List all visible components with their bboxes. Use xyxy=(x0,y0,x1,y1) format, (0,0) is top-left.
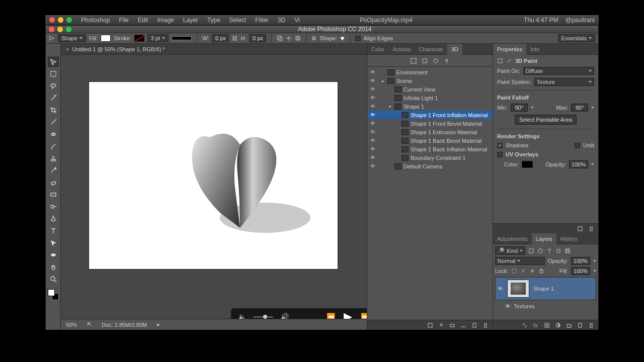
gear-icon[interactable]: ⚙ xyxy=(311,35,316,42)
min-field[interactable]: 90° xyxy=(511,104,528,112)
stroke-width-field[interactable]: 3 pt xyxy=(147,34,169,42)
width-field[interactable]: 0 px xyxy=(212,34,229,42)
eye-icon[interactable]: 👁 xyxy=(369,138,376,143)
window-zoom-icon[interactable] xyxy=(66,27,71,32)
menu-view[interactable]: Vi xyxy=(294,17,299,24)
filter-material-icon[interactable] xyxy=(433,58,439,64)
eye-icon[interactable]: 👁 xyxy=(369,121,376,126)
tree-row[interactable]: 👁Current View xyxy=(367,85,493,94)
arrange-icon[interactable] xyxy=(295,35,301,41)
play-button[interactable]: ▶ xyxy=(342,310,354,319)
eye-icon[interactable]: 👁 xyxy=(369,146,376,152)
fg-bg-swatch[interactable] xyxy=(48,289,59,300)
eye-icon[interactable]: 👁 xyxy=(369,95,376,101)
tree-row[interactable]: 👁Default Camera xyxy=(367,162,493,170)
eye-icon[interactable]: 👁 xyxy=(505,303,511,309)
tree-row[interactable]: 👁Boundary Constraint 1 xyxy=(367,153,493,162)
delete-layer-icon[interactable] xyxy=(588,322,594,328)
layer-filter-dropdown[interactable]: 🔎Kind xyxy=(495,246,525,255)
shape-preset-heart-icon[interactable]: ♥ xyxy=(340,34,344,42)
filter-light-icon[interactable] xyxy=(444,58,450,64)
stroke-style-dropdown[interactable] xyxy=(172,36,192,40)
window-minimize-icon[interactable] xyxy=(57,27,63,32)
history-brush-tool-icon[interactable] xyxy=(48,165,59,175)
eye-icon[interactable]: 👁 xyxy=(369,112,376,118)
tab-info[interactable]: Info xyxy=(526,44,543,55)
menu-edit[interactable]: Edit xyxy=(138,17,148,24)
max-field[interactable]: 90° xyxy=(571,104,588,112)
wand-tool-icon[interactable] xyxy=(48,93,59,103)
paint-on-dropdown[interactable]: Diffuse xyxy=(523,67,594,75)
path-select-tool-icon[interactable] xyxy=(48,238,59,248)
lock-pos-icon[interactable] xyxy=(529,268,535,274)
tab-actions[interactable]: Actions xyxy=(388,44,415,55)
tool-preset-icon[interactable] xyxy=(49,35,55,41)
layer-opacity-field[interactable]: 100% xyxy=(571,257,590,265)
dodge-tool-icon[interactable] xyxy=(48,202,59,212)
share-status-icon[interactable]: ⇱ xyxy=(87,321,92,328)
filter-adjust-icon[interactable] xyxy=(537,248,543,254)
tree-row[interactable]: 👁Infinite Light 1 xyxy=(367,94,493,102)
hand-tool-icon[interactable] xyxy=(48,262,59,272)
menu-app[interactable]: Photoshop xyxy=(81,17,110,24)
zoom-level[interactable]: 50% xyxy=(66,322,77,328)
eye-icon[interactable]: 👁 xyxy=(369,104,376,109)
gradient-tool-icon[interactable] xyxy=(48,190,59,200)
menu-filter[interactable]: Filter xyxy=(255,17,269,24)
tree-row[interactable]: 👁▾Shape 1 xyxy=(367,102,493,111)
stroke-swatch[interactable] xyxy=(134,35,144,42)
crop-tool-icon[interactable] xyxy=(48,105,59,115)
mask-icon[interactable] xyxy=(544,322,550,328)
min-stepper-icon[interactable] xyxy=(531,107,534,109)
volume-icon[interactable]: 🔊 xyxy=(278,313,290,319)
fill-swatch[interactable] xyxy=(101,35,111,42)
menu-image[interactable]: Image xyxy=(157,17,174,24)
layer-fill-field[interactable]: 100% xyxy=(571,267,590,275)
filter-shape-icon[interactable] xyxy=(555,248,561,254)
layer-item[interactable]: 👁 Shape 1 xyxy=(495,277,596,300)
new-layer-icon[interactable] xyxy=(577,322,583,328)
eraser-tool-icon[interactable] xyxy=(48,177,59,188)
canvas[interactable] xyxy=(89,82,338,269)
stamp-tool-icon[interactable] xyxy=(48,153,59,163)
uv-color-swatch[interactable] xyxy=(522,161,533,168)
document-tab[interactable]: × Untitled-1 @ 50% (Shape 1, RGB/8) * xyxy=(61,44,367,55)
eye-icon[interactable]: 👁 xyxy=(369,69,376,75)
filter-type-icon[interactable] xyxy=(546,248,552,254)
path-ops-icon[interactable] xyxy=(277,35,283,41)
lasso-tool-icon[interactable] xyxy=(48,81,59,91)
lock-paint-icon[interactable] xyxy=(520,268,526,274)
tree-row[interactable]: 👁Shape 1 Back Bevel Material xyxy=(367,136,493,145)
zoom-icon[interactable] xyxy=(66,17,72,23)
mute-icon[interactable]: 🔈 xyxy=(236,313,248,319)
type-tool-icon[interactable] xyxy=(48,226,59,236)
fx-icon[interactable]: fx xyxy=(533,322,539,328)
pen-tool-icon[interactable] xyxy=(48,214,59,224)
tab-close-icon[interactable]: × xyxy=(66,46,69,52)
menu-layer[interactable]: Layer xyxy=(183,17,198,24)
eye-icon[interactable]: 👁 xyxy=(369,163,376,169)
uv-opacity-field[interactable]: 100% xyxy=(569,160,588,168)
shadows-checkbox[interactable]: ✓ xyxy=(497,143,503,148)
tree-row[interactable]: 👁Environment xyxy=(367,68,493,76)
layer-sublayer[interactable]: 👁Textures xyxy=(495,302,596,310)
render-button-icon[interactable] xyxy=(577,226,583,232)
brush-tool-icon[interactable] xyxy=(48,141,59,151)
max-stepper-icon[interactable] xyxy=(591,107,594,109)
blend-mode-dropdown[interactable]: Normal xyxy=(495,257,545,265)
tab-color[interactable]: Color xyxy=(367,44,388,55)
tab-layers[interactable]: Layers xyxy=(532,233,556,244)
adjustment-icon[interactable] xyxy=(555,322,561,328)
menu-3d[interactable]: 3D xyxy=(278,17,285,24)
render-icon[interactable] xyxy=(427,322,433,328)
height-field[interactable]: 0 px xyxy=(249,34,266,42)
filter-scene-icon[interactable] xyxy=(411,58,417,64)
disclosure-icon[interactable]: ▾ xyxy=(387,104,392,109)
eyedropper-tool-icon[interactable] xyxy=(48,117,59,127)
tab-3d[interactable]: 3D xyxy=(447,44,462,55)
tab-adjustments[interactable]: Adjustments xyxy=(493,233,532,244)
eye-icon[interactable]: 👁 xyxy=(369,155,376,160)
fastforward-button[interactable]: ⏩ xyxy=(359,313,367,319)
tree-row[interactable]: 👁Shape 1 Extrusion Material xyxy=(367,128,493,136)
paint-system-dropdown[interactable]: Texture xyxy=(534,78,594,86)
